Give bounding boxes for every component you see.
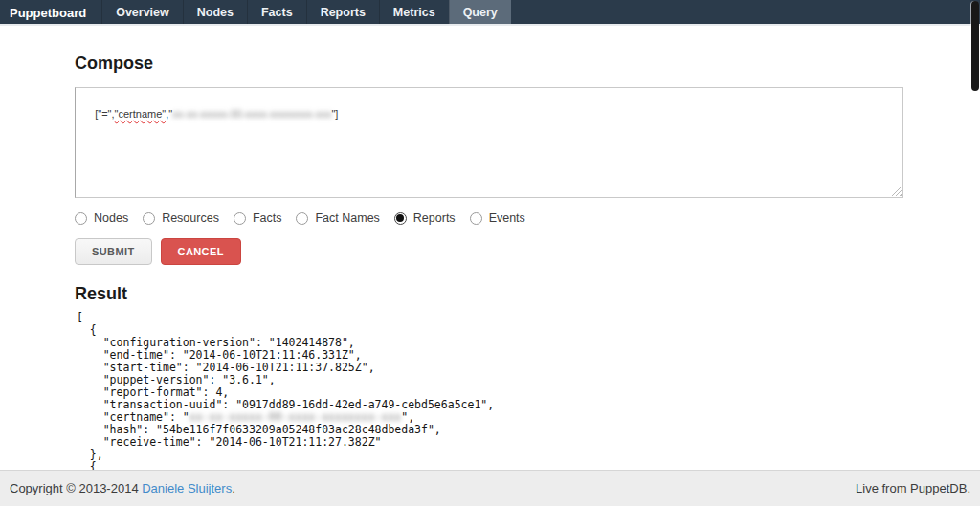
query-text-part4: "] <box>331 108 338 120</box>
radio-label: Reports <box>413 211 456 225</box>
query-text-certname: "certname" <box>115 108 167 120</box>
nav-item-overview[interactable]: Overview <box>101 0 183 24</box>
radio-circle-icon[interactable] <box>470 212 482 225</box>
query-text-redacted: xx-xx-xxxxx-00-xxxx-xxxxxxxx-xxx <box>172 108 331 120</box>
radio-circle-icon[interactable] <box>394 212 407 225</box>
radio-reports[interactable]: Reports <box>394 211 456 225</box>
footer-copyright-text: Copyright © 2013-2014 <box>10 481 142 495</box>
nav-item-reports[interactable]: Reports <box>306 0 379 24</box>
top-nav: Puppetboard OverviewNodesFactsReportsMet… <box>0 0 980 26</box>
radio-resources[interactable]: Resources <box>143 211 219 225</box>
radio-label: Events <box>489 211 525 225</box>
json-line: }, <box>77 449 903 461</box>
radio-facts[interactable]: Facts <box>234 211 282 225</box>
radio-circle-icon[interactable] <box>75 212 87 225</box>
nav-items: OverviewNodesFactsReportsMetricsQuery <box>101 0 511 24</box>
main-content: Compose ["=","certname","xx-xx-xxxxx-00-… <box>75 26 903 473</box>
query-type-radios: NodesResourcesFactsFact NamesReportsEven… <box>75 210 903 226</box>
radio-circle-icon[interactable] <box>296 212 308 225</box>
radio-fact-names[interactable]: Fact Names <box>296 211 379 225</box>
nav-item-facts[interactable]: Facts <box>247 0 306 24</box>
query-text-part1: ["=", <box>95 108 114 120</box>
radio-label: Nodes <box>94 211 128 225</box>
cancel-button[interactable]: CANCEL <box>161 238 241 265</box>
radio-circle-icon[interactable] <box>143 212 155 225</box>
radio-label: Facts <box>253 211 282 225</box>
nav-item-query[interactable]: Query <box>449 0 511 24</box>
nav-item-nodes[interactable]: Nodes <box>183 0 247 24</box>
vertical-scrollbar-thumb[interactable] <box>971 1 979 91</box>
json-line: [ <box>77 312 903 324</box>
nav-item-metrics[interactable]: Metrics <box>379 0 449 24</box>
result-heading: Result <box>75 283 903 304</box>
radio-events[interactable]: Events <box>470 211 525 225</box>
json-line: "receive-time": "2014-06-10T21:11:27.382… <box>77 436 903 449</box>
radio-nodes[interactable]: Nodes <box>75 211 128 225</box>
brand-puppetboard[interactable]: Puppetboard <box>0 0 101 24</box>
footer: Copyright © 2013-2014 Daniele Sluijters.… <box>0 470 980 506</box>
radio-label: Resources <box>162 211 219 225</box>
footer-status-text: Live from PuppetDB. <box>856 481 970 495</box>
radio-label: Fact Names <box>315 211 379 225</box>
footer-copyright: Copyright © 2013-2014 Daniele Sluijters. <box>10 481 235 495</box>
footer-copyright-period: . <box>232 481 235 495</box>
textarea-resize-handle-icon[interactable] <box>891 186 902 196</box>
json-line: "certname": "xx-xx-xxxxx-00-xxxx-xxxxxxx… <box>77 411 903 424</box>
author-link[interactable]: Daniele Sluijters <box>142 481 232 495</box>
button-row: SUBMIT CANCEL <box>75 238 903 265</box>
result-json: [ { "configuration-version": "1402414878… <box>75 312 903 473</box>
radio-circle-icon[interactable] <box>234 212 246 225</box>
query-input[interactable]: ["=","certname","xx-xx-xxxxx-00-xxxx-xxx… <box>75 87 903 198</box>
json-redacted-certname: xx-xx-xxxxx-00-xxxx-xxxxxxxx-xxx <box>189 410 402 424</box>
submit-button[interactable]: SUBMIT <box>75 238 152 265</box>
compose-heading: Compose <box>75 26 903 74</box>
